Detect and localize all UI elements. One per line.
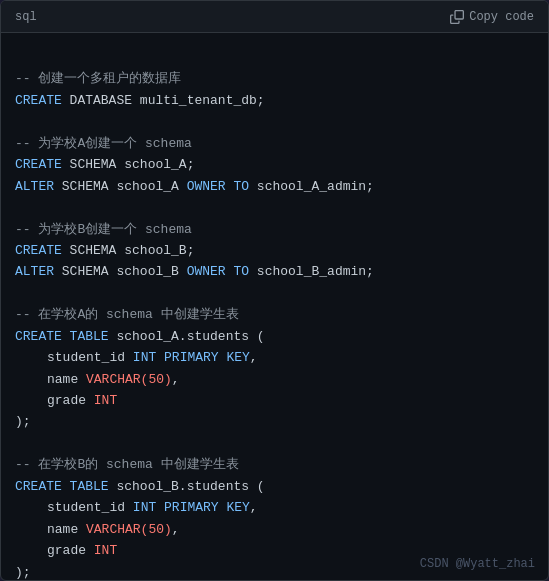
copy-code-button[interactable]: Copy code — [450, 10, 534, 24]
code-token: CREATE TABLE — [15, 329, 109, 344]
code-token: school_A.students ( — [109, 329, 265, 344]
code-token: VARCHAR(50) — [86, 522, 172, 537]
code-token: INT — [94, 393, 117, 408]
code-token: CREATE TABLE — [15, 479, 109, 494]
code-token: INT — [94, 543, 117, 558]
code-header: sql Copy code — [1, 1, 548, 33]
code-token: CREATE — [15, 93, 62, 108]
code-line: ); — [15, 411, 534, 432]
code-line: -- 在学校B的 schema 中创建学生表 — [15, 454, 534, 475]
copy-icon — [450, 10, 464, 24]
code-token: ); — [15, 414, 31, 429]
code-body: -- 创建一个多租户的数据库CREATE DATABASE multi_tena… — [1, 33, 548, 580]
code-token: SCHEMA school_B; — [62, 243, 195, 258]
comment-text: -- 在学校B的 schema 中创建学生表 — [15, 457, 239, 472]
code-line: CREATE SCHEMA school_A; — [15, 154, 534, 175]
code-line: CREATE SCHEMA school_B; — [15, 240, 534, 261]
code-line — [15, 111, 534, 132]
code-token: , — [172, 522, 180, 537]
code-token: INT PRIMARY KEY — [133, 350, 250, 365]
code-token: OWNER TO — [187, 264, 249, 279]
code-token: school_B_admin; — [249, 264, 374, 279]
code-line — [15, 283, 534, 304]
code-line: grade INT — [15, 390, 534, 411]
code-token: school_B.students ( — [109, 479, 265, 494]
code-container: sql Copy code -- 创建一个多租户的数据库CREATE DATAB… — [0, 0, 549, 581]
code-token: CREATE — [15, 157, 62, 172]
code-token: name — [47, 372, 86, 387]
code-token: student_id — [47, 500, 133, 515]
code-token: , — [172, 372, 180, 387]
code-token: name — [47, 522, 86, 537]
indent-space — [15, 519, 47, 540]
code-lang-label: sql — [15, 10, 37, 24]
indent-space — [15, 497, 47, 518]
code-token: CREATE — [15, 243, 62, 258]
code-token: , — [250, 350, 258, 365]
comment-text: -- 为学校B创建一个 schema — [15, 222, 192, 237]
code-wrapper: sql Copy code -- 创建一个多租户的数据库CREATE DATAB… — [0, 0, 549, 581]
code-token: DATABASE multi_tenant_db; — [62, 93, 265, 108]
comment-text: -- 在学校A的 schema 中创建学生表 — [15, 307, 239, 322]
code-line: -- 为学校B创建一个 schema — [15, 219, 534, 240]
code-token: student_id — [47, 350, 133, 365]
watermark-text: CSDN @Wyatt_zhai — [420, 557, 535, 571]
code-token: OWNER TO — [187, 179, 249, 194]
code-line: -- 创建一个多租户的数据库 — [15, 68, 534, 89]
code-token: , — [250, 500, 258, 515]
code-token: grade — [47, 393, 94, 408]
code-line — [15, 433, 534, 454]
code-line: name VARCHAR(50), — [15, 519, 534, 540]
comment-text: -- 为学校A创建一个 schema — [15, 136, 192, 151]
code-token: SCHEMA school_A; — [62, 157, 195, 172]
code-line: -- 在学校A的 schema 中创建学生表 — [15, 304, 534, 325]
indent-space — [15, 347, 47, 368]
code-line — [15, 197, 534, 218]
code-line: -- 为学校A创建一个 schema — [15, 133, 534, 154]
code-token: grade — [47, 543, 94, 558]
code-token: ); — [15, 565, 31, 580]
code-token: VARCHAR(50) — [86, 372, 172, 387]
code-line: student_id INT PRIMARY KEY, — [15, 347, 534, 368]
code-line — [15, 47, 534, 68]
code-token: SCHEMA school_A — [54, 179, 187, 194]
code-token: ALTER — [15, 264, 54, 279]
copy-label: Copy code — [469, 10, 534, 24]
code-token: SCHEMA school_B — [54, 264, 187, 279]
code-line: CREATE DATABASE multi_tenant_db; — [15, 90, 534, 111]
code-token: INT PRIMARY KEY — [133, 500, 250, 515]
code-line: ALTER SCHEMA school_A OWNER TO school_A_… — [15, 176, 534, 197]
code-line: CREATE TABLE school_A.students ( — [15, 326, 534, 347]
code-line: CREATE TABLE school_B.students ( — [15, 476, 534, 497]
indent-space — [15, 540, 47, 561]
code-line: student_id INT PRIMARY KEY, — [15, 497, 534, 518]
code-line: ALTER SCHEMA school_B OWNER TO school_B_… — [15, 261, 534, 282]
indent-space — [15, 390, 47, 411]
code-line: name VARCHAR(50), — [15, 369, 534, 390]
code-token: ALTER — [15, 179, 54, 194]
indent-space — [15, 369, 47, 390]
comment-text: -- 创建一个多租户的数据库 — [15, 71, 181, 86]
code-token: school_A_admin; — [249, 179, 374, 194]
